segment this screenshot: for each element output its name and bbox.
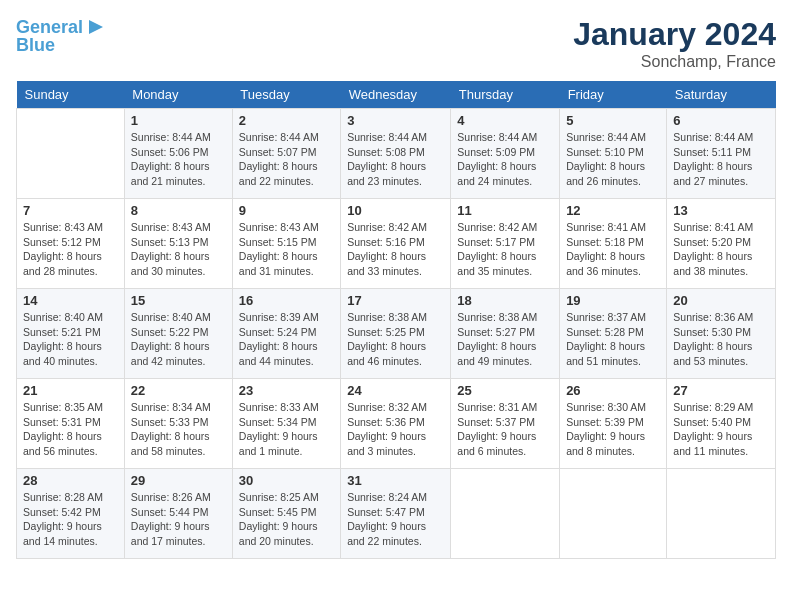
day-info: Sunrise: 8:42 AMSunset: 5:17 PMDaylight:… [457,220,553,279]
column-header-wednesday: Wednesday [341,81,451,109]
calendar-cell: 13Sunrise: 8:41 AMSunset: 5:20 PMDayligh… [667,199,776,289]
day-number: 29 [131,473,226,488]
day-number: 6 [673,113,769,128]
calendar-cell: 29Sunrise: 8:26 AMSunset: 5:44 PMDayligh… [124,469,232,559]
day-info: Sunrise: 8:41 AMSunset: 5:20 PMDaylight:… [673,220,769,279]
column-header-tuesday: Tuesday [232,81,340,109]
day-number: 9 [239,203,334,218]
calendar-cell: 4Sunrise: 8:44 AMSunset: 5:09 PMDaylight… [451,109,560,199]
day-number: 26 [566,383,660,398]
day-info: Sunrise: 8:44 AMSunset: 5:11 PMDaylight:… [673,130,769,189]
day-number: 28 [23,473,118,488]
day-info: Sunrise: 8:24 AMSunset: 5:47 PMDaylight:… [347,490,444,549]
column-header-monday: Monday [124,81,232,109]
calendar-table: SundayMondayTuesdayWednesdayThursdayFrid… [16,81,776,559]
day-info: Sunrise: 8:44 AMSunset: 5:07 PMDaylight:… [239,130,334,189]
day-info: Sunrise: 8:35 AMSunset: 5:31 PMDaylight:… [23,400,118,459]
day-number: 19 [566,293,660,308]
day-info: Sunrise: 8:37 AMSunset: 5:28 PMDaylight:… [566,310,660,369]
calendar-cell: 22Sunrise: 8:34 AMSunset: 5:33 PMDayligh… [124,379,232,469]
day-info: Sunrise: 8:31 AMSunset: 5:37 PMDaylight:… [457,400,553,459]
day-info: Sunrise: 8:43 AMSunset: 5:15 PMDaylight:… [239,220,334,279]
day-number: 22 [131,383,226,398]
day-info: Sunrise: 8:43 AMSunset: 5:12 PMDaylight:… [23,220,118,279]
calendar-header-row: SundayMondayTuesdayWednesdayThursdayFrid… [17,81,776,109]
day-number: 27 [673,383,769,398]
calendar-cell: 11Sunrise: 8:42 AMSunset: 5:17 PMDayligh… [451,199,560,289]
day-info: Sunrise: 8:38 AMSunset: 5:25 PMDaylight:… [347,310,444,369]
column-header-saturday: Saturday [667,81,776,109]
day-info: Sunrise: 8:41 AMSunset: 5:18 PMDaylight:… [566,220,660,279]
day-info: Sunrise: 8:28 AMSunset: 5:42 PMDaylight:… [23,490,118,549]
calendar-week-row: 1Sunrise: 8:44 AMSunset: 5:06 PMDaylight… [17,109,776,199]
day-info: Sunrise: 8:25 AMSunset: 5:45 PMDaylight:… [239,490,334,549]
calendar-cell: 6Sunrise: 8:44 AMSunset: 5:11 PMDaylight… [667,109,776,199]
calendar-cell [560,469,667,559]
day-number: 21 [23,383,118,398]
calendar-cell: 24Sunrise: 8:32 AMSunset: 5:36 PMDayligh… [341,379,451,469]
calendar-cell: 30Sunrise: 8:25 AMSunset: 5:45 PMDayligh… [232,469,340,559]
calendar-cell: 21Sunrise: 8:35 AMSunset: 5:31 PMDayligh… [17,379,125,469]
logo: General Blue [16,16,105,56]
day-info: Sunrise: 8:26 AMSunset: 5:44 PMDaylight:… [131,490,226,549]
day-info: Sunrise: 8:44 AMSunset: 5:06 PMDaylight:… [131,130,226,189]
calendar-week-row: 21Sunrise: 8:35 AMSunset: 5:31 PMDayligh… [17,379,776,469]
page-header: General Blue January 2024 Sonchamp, Fran… [16,16,776,71]
calendar-cell: 5Sunrise: 8:44 AMSunset: 5:10 PMDaylight… [560,109,667,199]
calendar-cell: 8Sunrise: 8:43 AMSunset: 5:13 PMDaylight… [124,199,232,289]
day-info: Sunrise: 8:39 AMSunset: 5:24 PMDaylight:… [239,310,334,369]
day-number: 20 [673,293,769,308]
calendar-week-row: 28Sunrise: 8:28 AMSunset: 5:42 PMDayligh… [17,469,776,559]
day-number: 5 [566,113,660,128]
day-number: 23 [239,383,334,398]
day-number: 15 [131,293,226,308]
column-header-sunday: Sunday [17,81,125,109]
day-number: 24 [347,383,444,398]
day-info: Sunrise: 8:36 AMSunset: 5:30 PMDaylight:… [673,310,769,369]
svg-marker-0 [89,20,103,34]
logo-arrow-icon [87,18,105,36]
day-info: Sunrise: 8:30 AMSunset: 5:39 PMDaylight:… [566,400,660,459]
calendar-cell: 15Sunrise: 8:40 AMSunset: 5:22 PMDayligh… [124,289,232,379]
logo-text2: Blue [16,36,55,56]
calendar-cell: 20Sunrise: 8:36 AMSunset: 5:30 PMDayligh… [667,289,776,379]
day-info: Sunrise: 8:43 AMSunset: 5:13 PMDaylight:… [131,220,226,279]
day-number: 31 [347,473,444,488]
day-number: 8 [131,203,226,218]
day-number: 18 [457,293,553,308]
calendar-cell: 26Sunrise: 8:30 AMSunset: 5:39 PMDayligh… [560,379,667,469]
calendar-cell: 12Sunrise: 8:41 AMSunset: 5:18 PMDayligh… [560,199,667,289]
calendar-cell: 7Sunrise: 8:43 AMSunset: 5:12 PMDaylight… [17,199,125,289]
day-info: Sunrise: 8:44 AMSunset: 5:10 PMDaylight:… [566,130,660,189]
calendar-cell [667,469,776,559]
day-info: Sunrise: 8:38 AMSunset: 5:27 PMDaylight:… [457,310,553,369]
day-number: 25 [457,383,553,398]
day-number: 11 [457,203,553,218]
calendar-cell: 16Sunrise: 8:39 AMSunset: 5:24 PMDayligh… [232,289,340,379]
column-header-thursday: Thursday [451,81,560,109]
calendar-cell: 1Sunrise: 8:44 AMSunset: 5:06 PMDaylight… [124,109,232,199]
column-header-friday: Friday [560,81,667,109]
calendar-cell [17,109,125,199]
day-info: Sunrise: 8:33 AMSunset: 5:34 PMDaylight:… [239,400,334,459]
calendar-cell: 2Sunrise: 8:44 AMSunset: 5:07 PMDaylight… [232,109,340,199]
day-number: 12 [566,203,660,218]
title-block: January 2024 Sonchamp, France [573,16,776,71]
day-number: 13 [673,203,769,218]
day-info: Sunrise: 8:40 AMSunset: 5:22 PMDaylight:… [131,310,226,369]
day-info: Sunrise: 8:34 AMSunset: 5:33 PMDaylight:… [131,400,226,459]
calendar-cell: 28Sunrise: 8:28 AMSunset: 5:42 PMDayligh… [17,469,125,559]
day-number: 1 [131,113,226,128]
day-info: Sunrise: 8:32 AMSunset: 5:36 PMDaylight:… [347,400,444,459]
calendar-cell [451,469,560,559]
calendar-cell: 3Sunrise: 8:44 AMSunset: 5:08 PMDaylight… [341,109,451,199]
calendar-cell: 25Sunrise: 8:31 AMSunset: 5:37 PMDayligh… [451,379,560,469]
calendar-cell: 27Sunrise: 8:29 AMSunset: 5:40 PMDayligh… [667,379,776,469]
day-number: 3 [347,113,444,128]
day-number: 7 [23,203,118,218]
day-info: Sunrise: 8:44 AMSunset: 5:09 PMDaylight:… [457,130,553,189]
calendar-cell: 10Sunrise: 8:42 AMSunset: 5:16 PMDayligh… [341,199,451,289]
calendar-cell: 23Sunrise: 8:33 AMSunset: 5:34 PMDayligh… [232,379,340,469]
day-number: 14 [23,293,118,308]
day-info: Sunrise: 8:40 AMSunset: 5:21 PMDaylight:… [23,310,118,369]
